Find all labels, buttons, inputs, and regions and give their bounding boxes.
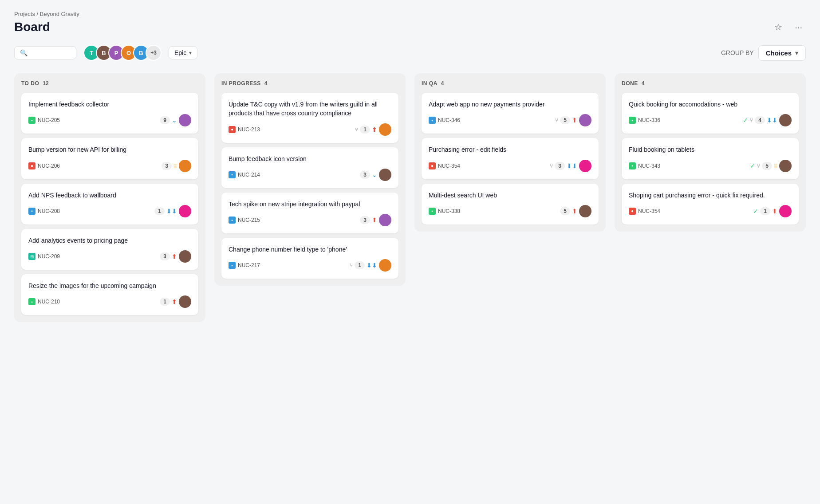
ticket-badge: ▪ NUC-343	[629, 162, 660, 169]
card-footer: ▪ NUC-217 ⑂ 1 ⬇⬇	[229, 259, 391, 272]
card-footer: ▪ NUC-205 9 ⌄	[28, 114, 191, 126]
priority-medium-icon: ≡	[774, 162, 777, 169]
ticket-id: NUC-208	[38, 208, 60, 214]
ticket-badge: ▪ NUC-210	[28, 298, 60, 305]
task-card[interactable]: Fluid booking on tablets ▪ NUC-343 ✓ ⑂ 5…	[622, 138, 799, 179]
ticket-type-icon: ●	[429, 162, 436, 169]
priority-medium-icon: ≡	[173, 162, 177, 169]
meta-badge: 3 ⬆	[360, 214, 391, 226]
avatar-overflow[interactable]: +3	[146, 45, 162, 61]
ticket-badge: ▪ NUC-214	[229, 171, 260, 178]
assignee-avatar	[179, 205, 191, 217]
ticket-badge: ▪ NUC-338	[429, 208, 460, 215]
priority-down-icon: ⌄	[172, 117, 177, 124]
ticket-id: NUC-209	[38, 253, 60, 260]
search-box[interactable]: 🔍	[14, 46, 76, 59]
branch-icon: ⑂	[555, 117, 558, 123]
ticket-id: NUC-354	[638, 208, 660, 214]
task-card[interactable]: Add NPS feedback to wallboard ▪ NUC-208 …	[21, 184, 198, 224]
meta-badge: 1 ⬇⬇	[154, 205, 191, 217]
column-title: IN PROGRESS	[221, 80, 261, 87]
count-bubble: 5	[560, 116, 570, 124]
meta-badge: ⑂ 1 ⬇⬇	[350, 259, 391, 272]
task-card[interactable]: Change phone number field type to 'phone…	[221, 238, 398, 279]
ticket-badge: ▪ NUC-205	[28, 117, 60, 124]
column-todo: TO DO 12 Implement feedback collector ▪ …	[14, 73, 205, 322]
card-title: Multi-dest search UI web	[429, 191, 591, 200]
search-input[interactable]	[31, 49, 71, 56]
card-footer: ● NUC-206 3 ≡	[28, 160, 191, 172]
card-title: Update T&C copy with v1.9 from the write…	[229, 100, 391, 118]
task-card[interactable]: Resize the images for the upcoming campa…	[21, 274, 198, 315]
ticket-id: NUC-215	[238, 217, 260, 223]
meta-badge: ⑂ 5 ⬆	[555, 114, 591, 126]
count-bubble: 9	[160, 116, 170, 124]
task-card[interactable]: Quick booking for accomodations - web ▪ …	[622, 93, 799, 134]
ticket-badge: ▪ NUC-336	[629, 117, 660, 124]
branch-icon: ⑂	[550, 163, 553, 169]
epic-filter[interactable]: Epic ▾	[169, 46, 197, 59]
task-card[interactable]: Purchasing error - edit fields ● NUC-354…	[422, 138, 599, 179]
task-card[interactable]: Bump version for new API for billing ● N…	[21, 138, 198, 179]
column-header: IN PROGRESS 4	[221, 80, 398, 87]
ticket-badge: ▪ NUC-208	[28, 208, 60, 215]
assignee-avatar	[779, 114, 792, 126]
card-footer: ▪ NUC-346 ⑂ 5 ⬆	[429, 114, 591, 126]
meta-badge: 3 ⬆	[160, 250, 191, 263]
count-bubble: 1	[154, 207, 165, 215]
task-card[interactable]: Bump feedback icon version ▪ NUC-214 3 ⌄	[221, 147, 398, 188]
task-card[interactable]: Update T&C copy with v1.9 from the write…	[221, 93, 398, 143]
column-title: DONE	[622, 80, 638, 87]
meta-badge: 9 ⌄	[160, 114, 191, 126]
priority-low-icon: ⬇⬇	[767, 117, 777, 124]
card-title: Resize the images for the upcoming campa…	[28, 281, 191, 290]
count-bubble: 5	[560, 207, 570, 215]
ticket-id: NUC-217	[238, 262, 260, 268]
assignee-avatar	[779, 205, 792, 217]
priority-high-icon: ⬆	[372, 126, 377, 133]
page-title: Board	[14, 20, 50, 34]
ticket-badge: ● NUC-213	[229, 126, 260, 133]
column-done: DONE 4 Quick booking for accomodations -…	[615, 73, 806, 232]
task-card[interactable]: Tech spike on new stripe integration wit…	[221, 193, 398, 233]
card-title: Bump feedback icon version	[229, 154, 391, 163]
meta-badge: ⑂ 1 ⬆	[355, 123, 391, 136]
choices-dropdown[interactable]: Choices ▾	[758, 45, 806, 61]
ticket-badge: ● NUC-354	[429, 162, 460, 169]
search-icon: 🔍	[20, 49, 28, 56]
branch-icon: ⑂	[355, 126, 358, 133]
priority-low-icon: ⬇⬇	[367, 262, 377, 269]
card-title: Implement feedback collector	[28, 100, 191, 109]
card-footer: ⊞ NUC-209 3 ⬆	[28, 250, 191, 263]
count-bubble: 5	[762, 162, 772, 170]
ticket-type-icon: ▪	[429, 117, 436, 124]
task-card[interactable]: Adapt web app no new payments provider ▪…	[422, 93, 599, 134]
card-footer: ▪ NUC-338 5 ⬆	[429, 205, 591, 217]
ticket-id: NUC-354	[438, 163, 460, 169]
card-footer: ▪ NUC-214 3 ⌄	[229, 169, 391, 181]
task-card[interactable]: Multi-dest search UI web ▪ NUC-338 5 ⬆	[422, 184, 599, 224]
ticket-type-icon: ●	[229, 126, 236, 133]
priority-high-icon: ⬆	[772, 208, 777, 215]
count-bubble: 4	[755, 116, 765, 124]
assignee-avatar	[779, 160, 792, 172]
task-card[interactable]: Shoping cart purchasing error - quick fi…	[622, 184, 799, 224]
toolbar: 🔍 T B P O B +3 Epic ▾ GROUP BY Choices ▾	[14, 45, 806, 61]
epic-label: Epic	[174, 49, 186, 56]
more-button[interactable]: ···	[791, 20, 806, 34]
card-title: Change phone number field type to 'phone…	[229, 245, 391, 254]
ticket-type-icon: ▪	[629, 117, 636, 124]
column-count: 12	[43, 80, 48, 87]
star-button[interactable]: ☆	[771, 20, 786, 34]
priority-low-icon: ⬇⬇	[166, 208, 177, 215]
card-title: Fluid booking on tablets	[629, 145, 792, 154]
card-footer: ● NUC-354 ⑂ 3 ⬇⬇	[429, 160, 591, 172]
ticket-type-icon: ●	[629, 208, 636, 215]
meta-badge: ✓ 1 ⬆	[753, 205, 792, 217]
task-card[interactable]: Add analytics events to pricing page ⊞ N…	[21, 229, 198, 270]
card-title: Add NPS feedback to wallboard	[28, 191, 191, 200]
task-card[interactable]: Implement feedback collector ▪ NUC-205 9…	[21, 93, 198, 134]
column-inprogress: IN PROGRESS 4 Update T&C copy with v1.9 …	[214, 73, 406, 286]
meta-badge: ✓ ⑂ 5 ≡	[750, 160, 792, 172]
column-header: TO DO 12	[21, 80, 198, 87]
